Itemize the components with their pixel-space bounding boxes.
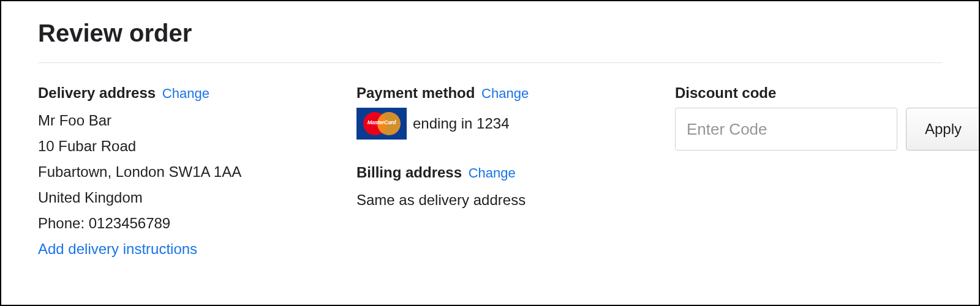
delivery-change-link[interactable]: Change: [162, 86, 209, 101]
page-title: Review order: [38, 20, 942, 47]
add-delivery-instructions-link[interactable]: Add delivery instructions: [38, 236, 356, 262]
delivery-city: Fubartown, London SW1A 1AA: [38, 159, 356, 185]
apply-button[interactable]: Apply: [906, 108, 980, 151]
discount-row: Apply: [675, 108, 980, 151]
billing-text: Same as delivery address: [356, 187, 675, 213]
discount-section: Discount code Apply: [675, 84, 980, 262]
discount-heading: Discount code: [675, 84, 980, 102]
review-columns: Delivery address Change Mr Foo Bar 10 Fu…: [38, 84, 942, 262]
payment-card-row: MasterCard ending in 1234: [356, 108, 675, 140]
billing-heading: Billing address: [356, 164, 462, 181]
delivery-street: 10 Fubar Road: [38, 133, 356, 159]
payment-ending-text: ending in 1234: [413, 113, 509, 135]
payment-billing-section: Payment method Change MasterCard ending …: [356, 84, 675, 262]
discount-code-input[interactable]: [675, 108, 897, 151]
delivery-address-body: Mr Foo Bar 10 Fubar Road Fubartown, Lond…: [38, 108, 356, 236]
delivery-country: United Kingdom: [38, 185, 356, 211]
billing-heading-row: Billing address Change: [356, 164, 675, 181]
delivery-heading: Delivery address: [38, 84, 156, 101]
delivery-name: Mr Foo Bar: [38, 108, 356, 133]
billing-change-link[interactable]: Change: [469, 165, 516, 181]
divider: [38, 62, 942, 63]
delivery-address-section: Delivery address Change Mr Foo Bar 10 Fu…: [38, 84, 356, 262]
delivery-heading-row: Delivery address Change: [38, 84, 356, 102]
payment-change-link[interactable]: Change: [481, 86, 529, 101]
mastercard-icon: MasterCard: [356, 108, 407, 140]
payment-heading-row: Payment method Change: [356, 84, 675, 102]
delivery-phone: Phone: 0123456789: [38, 211, 356, 236]
payment-heading: Payment method: [356, 84, 475, 101]
